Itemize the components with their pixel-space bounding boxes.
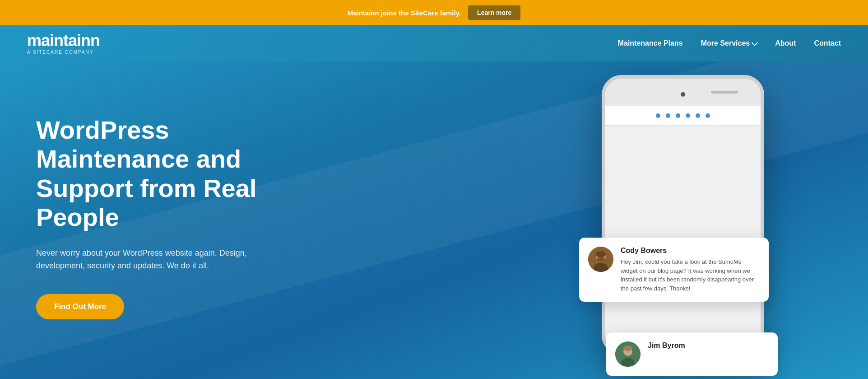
chat-text-jim: Jim Byrom — [648, 342, 685, 352]
toolbar-dot-2 — [666, 113, 670, 118]
learn-more-button[interactable]: Learn more — [468, 5, 520, 20]
avatar-jim — [615, 342, 641, 367]
hero-content: WordPress Maintenance and Support from R… — [0, 98, 339, 356]
logo-area: maintainn A SITECARE COMPANY — [27, 33, 100, 55]
toolbar-dot-6 — [706, 113, 710, 118]
hero-subtitle: Never worry about your WordPress website… — [36, 247, 280, 273]
hero-section: WordPress Maintenance and Support from R… — [0, 61, 868, 379]
chevron-down-icon — [752, 39, 758, 46]
logo[interactable]: maintainn — [27, 33, 100, 49]
nav-about[interactable]: About — [775, 39, 796, 47]
nav-contact[interactable]: Contact — [814, 39, 841, 47]
announcement-bar: Maintainn joins the SiteCare family. Lea… — [0, 0, 868, 25]
hero-title: WordPress Maintenance and Support from R… — [36, 116, 311, 232]
svg-point-3 — [597, 257, 605, 262]
nav-more-services[interactable]: More Services — [701, 39, 757, 47]
phone-screen — [605, 106, 761, 351]
chat-name-cody: Cody Bowers — [621, 247, 760, 255]
main-nav: Maintenance Plans More Services About Co… — [618, 39, 841, 47]
nav-maintenance-plans[interactable]: Maintenance Plans — [618, 39, 683, 47]
phone-camera — [681, 92, 685, 97]
hero-visual: Cody Bowers Hey Jim, could you take a lo… — [579, 75, 841, 379]
toolbar-dot-1 — [656, 113, 660, 118]
svg-point-2 — [596, 251, 606, 257]
chat-card-jim: Jim Byrom — [606, 332, 778, 376]
chat-card-cody: Cody Bowers Hey Jim, could you take a lo… — [579, 238, 769, 302]
avatar-cody — [588, 247, 613, 272]
phone-top-bar — [605, 79, 761, 106]
toolbar-dot-5 — [696, 113, 700, 118]
phone-speaker — [711, 91, 738, 94]
chat-name-jim: Jim Byrom — [648, 342, 685, 350]
toolbar-dot-4 — [686, 113, 690, 118]
site-header: maintainn A SITECARE COMPANY Maintenance… — [0, 25, 868, 61]
toolbar-dot-3 — [676, 113, 680, 118]
svg-point-7 — [623, 346, 632, 351]
phone-mockup — [602, 75, 764, 355]
logo-tagline: A SITECARE COMPANY — [27, 50, 100, 55]
chat-text-cody: Cody Bowers Hey Jim, could you take a lo… — [621, 247, 760, 293]
announcement-text: Maintainn joins the SiteCare family. — [348, 9, 461, 17]
find-out-more-button[interactable]: Find Out More — [36, 294, 124, 319]
phone-toolbar — [605, 106, 761, 126]
chat-message-cody: Hey Jim, could you take a look at the Su… — [621, 257, 760, 293]
